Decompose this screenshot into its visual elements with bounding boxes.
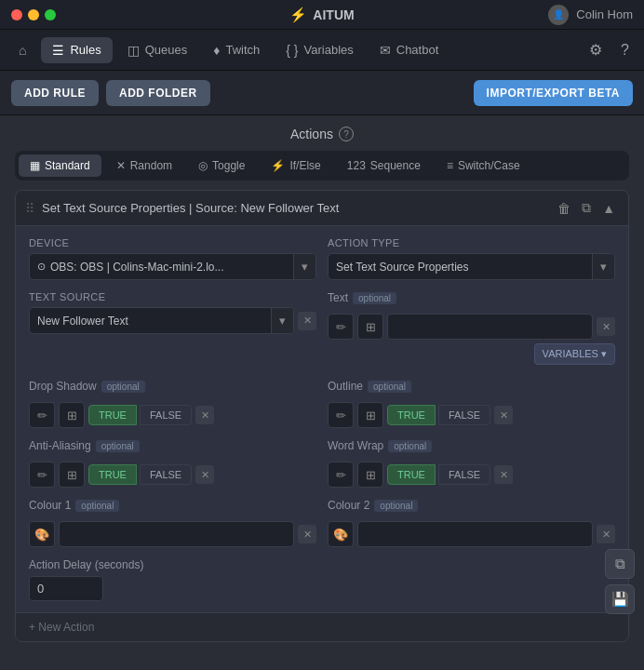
- anti-aliasing-clear-button[interactable]: ✕: [195, 465, 214, 484]
- maximize-button[interactable]: [45, 9, 56, 20]
- sidebar-item-chatbot[interactable]: ✉ Chatbot: [369, 37, 450, 63]
- text-source-clear-button[interactable]: ✕: [298, 312, 316, 330]
- drop-shadow-true-button[interactable]: TRUE: [88, 405, 137, 425]
- drop-shadow-label-row: Drop Shadow optional: [29, 380, 316, 393]
- colour2-clear-button[interactable]: ✕: [597, 525, 615, 543]
- action-type-select[interactable]: Set Text Source Properties ▾: [328, 253, 615, 280]
- actions-help-icon[interactable]: ?: [339, 127, 354, 141]
- action-delay-input[interactable]: [29, 576, 103, 601]
- word-wrap-true-button[interactable]: TRUE: [387, 464, 436, 485]
- tab-ifelse[interactable]: ⚡ If/Else: [260, 154, 331, 177]
- drop-shadow-group: Drop Shadow optional ✏ ⊞ TRUE FALSE ✕: [29, 380, 316, 428]
- new-action-label: + New Action: [29, 621, 94, 634]
- minimize-button[interactable]: [28, 9, 39, 20]
- device-action-row: Device ⊙ OBS: OBS | Colins-Mac-mini-2.lo…: [29, 237, 615, 280]
- tab-switchcase-icon: ≡: [447, 159, 453, 172]
- sidebar-item-queues[interactable]: ◫ Queues: [116, 37, 199, 63]
- device-select-arrow[interactable]: ▾: [293, 254, 315, 279]
- import-export-button[interactable]: IMPORT/EXPORT BETA: [474, 80, 633, 106]
- help-button[interactable]: ?: [613, 36, 637, 64]
- word-wrap-image-button[interactable]: ⊞: [357, 462, 383, 488]
- anti-aliasing-edit-button[interactable]: ✏: [29, 462, 55, 488]
- sidebar-item-queues-label: Queues: [145, 43, 188, 57]
- anti-aliasing-true-button[interactable]: TRUE: [88, 464, 137, 485]
- variables-row: VARIABLES ▾: [328, 343, 615, 368]
- twitch-icon: ♦: [213, 43, 220, 58]
- text-source-arrow[interactable]: ▾: [271, 308, 293, 333]
- drop-shadow-image-button[interactable]: ⊞: [59, 402, 85, 428]
- outline-input-row: ✏ ⊞ TRUE FALSE ✕: [328, 402, 615, 428]
- drop-shadow-edit-button[interactable]: ✏: [29, 402, 55, 428]
- text-image-button[interactable]: ⊞: [357, 314, 383, 340]
- settings-button[interactable]: ⚙: [582, 35, 610, 64]
- float-save-button[interactable]: 💾: [605, 584, 635, 614]
- text-edit-button[interactable]: ✏: [328, 314, 354, 340]
- queues-icon: ◫: [127, 43, 140, 58]
- close-button[interactable]: [11, 9, 22, 20]
- copy-button[interactable]: ⧉: [578, 198, 595, 218]
- device-select[interactable]: ⊙ OBS: OBS | Colins-Mac-mini-2.lo... ▾: [29, 253, 316, 280]
- word-wrap-edit-button[interactable]: ✏: [328, 462, 354, 488]
- word-wrap-false-button[interactable]: FALSE: [438, 464, 490, 485]
- colour2-label: Colour 2: [328, 499, 369, 512]
- add-rule-button[interactable]: ADD RULE: [11, 80, 99, 106]
- drop-shadow-clear-button[interactable]: ✕: [195, 406, 214, 424]
- text-optional-badge: optional: [353, 292, 396, 304]
- tab-sequence[interactable]: 123 Sequence: [336, 154, 432, 177]
- colour1-picker-button[interactable]: 🎨: [29, 521, 55, 547]
- colour1-input-row: 🎨 ✕: [29, 521, 316, 547]
- navbar: ⌂ ☰ Rules ◫ Queues ♦ Twitch { } Variable…: [0, 30, 644, 71]
- outline-edit-button[interactable]: ✏: [328, 402, 354, 428]
- text-field-input[interactable]: [387, 314, 593, 340]
- anti-aliasing-image-button[interactable]: ⊞: [59, 462, 85, 488]
- sidebar-item-variables-label: Variables: [304, 43, 354, 57]
- actions-title: Actions: [290, 127, 333, 141]
- text-source-value: New Follower Text: [30, 309, 271, 333]
- tab-standard[interactable]: ▦ Standard: [19, 154, 101, 177]
- user-info: 👤 Colin Hom: [548, 5, 633, 25]
- colour1-clear-button[interactable]: ✕: [298, 525, 316, 543]
- colour1-field[interactable]: [59, 521, 294, 547]
- action-type-group: Action Type Set Text Source Properties ▾: [328, 237, 615, 280]
- delete-button[interactable]: 🗑: [554, 199, 574, 218]
- anti-aliasing-badge: optional: [96, 440, 140, 452]
- outline-label-row: Outline optional: [328, 380, 615, 393]
- device-select-value: ⊙ OBS: OBS | Colins-Mac-mini-2.lo...: [30, 255, 293, 279]
- colour2-field[interactable]: [357, 521, 593, 547]
- float-copy-button[interactable]: ⧉: [605, 549, 635, 579]
- anti-aliasing-label-row: Anti-Aliasing optional: [29, 439, 316, 452]
- outline-badge: optional: [368, 381, 411, 393]
- sidebar-item-twitch[interactable]: ♦ Twitch: [202, 37, 271, 63]
- colour1-label-row: Colour 1 optional: [29, 499, 316, 512]
- action-type-arrow[interactable]: ▾: [592, 254, 614, 279]
- colour2-badge: optional: [374, 500, 418, 512]
- device-group: Device ⊙ OBS: OBS | Colins-Mac-mini-2.lo…: [29, 237, 316, 280]
- colour2-group: Colour 2 optional 🎨 ✕: [328, 499, 615, 547]
- tab-toggle-icon: ◎: [198, 159, 208, 172]
- drag-handle-icon[interactable]: ⠿: [25, 201, 34, 216]
- sidebar-item-rules[interactable]: ☰ Rules: [41, 37, 112, 63]
- anti-aliasing-label: Anti-Aliasing: [29, 439, 91, 452]
- add-folder-button[interactable]: ADD FOLDER: [106, 80, 210, 106]
- drop-shadow-false-button[interactable]: FALSE: [140, 405, 192, 425]
- tab-toggle-label: Toggle: [212, 159, 245, 172]
- outline-clear-button[interactable]: ✕: [494, 406, 513, 424]
- collapse-button[interactable]: ▲: [598, 199, 619, 218]
- text-source-select[interactable]: New Follower Text ▾: [29, 307, 294, 334]
- tab-random[interactable]: ✕ Random: [105, 154, 183, 177]
- outline-image-button[interactable]: ⊞: [357, 402, 383, 428]
- colour2-picker-button[interactable]: 🎨: [328, 521, 354, 547]
- app-title: ⚡ AITUM: [289, 7, 354, 23]
- tab-switchcase[interactable]: ≡ Switch/Case: [436, 154, 531, 177]
- text-clear-button[interactable]: ✕: [597, 317, 615, 336]
- outline-true-button[interactable]: TRUE: [387, 405, 436, 425]
- outline-false-button[interactable]: FALSE: [438, 405, 490, 425]
- outline-toggle: TRUE FALSE: [387, 405, 490, 425]
- variables-button[interactable]: VARIABLES ▾: [534, 343, 615, 365]
- anti-aliasing-toggle: TRUE FALSE: [88, 464, 192, 485]
- word-wrap-clear-button[interactable]: ✕: [494, 465, 513, 484]
- anti-aliasing-false-button[interactable]: FALSE: [140, 464, 192, 485]
- sidebar-item-home[interactable]: ⌂: [7, 37, 37, 63]
- sidebar-item-variables[interactable]: { } Variables: [275, 37, 364, 63]
- tab-toggle[interactable]: ◎ Toggle: [187, 154, 256, 177]
